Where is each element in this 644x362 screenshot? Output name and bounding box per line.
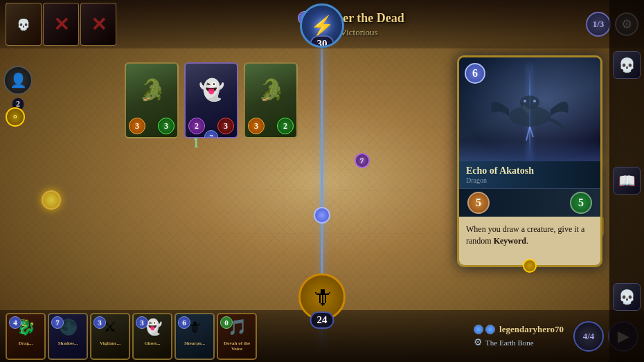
quest-info: ☽ Gather the Dead The Victorious — [123, 11, 579, 38]
earth-bone-icon: ⚙ — [474, 336, 483, 348]
hand-card-cost-6: 0 — [220, 316, 233, 329]
player-avatar-art: 🗡 — [311, 284, 333, 310]
rune-stone-1: ⚬ — [6, 107, 25, 127]
card-attack-stat: 5 — [467, 192, 490, 214]
card-ability-period: . — [526, 236, 528, 246]
card-art-2: 👻 — [186, 64, 237, 115]
card-detail-inner: 6 — [457, 55, 602, 267]
player-hand-card-3[interactable]: 3 ⚔ Vigilanc... — [90, 313, 130, 360]
opponent-field: 🐊 3 3 👻 2 3 7 🐊 3 2 — [125, 62, 298, 138]
glow-orb-left — [42, 190, 61, 210]
panel-book-icon[interactable]: 📖 — [613, 167, 641, 194]
hand-card-name-5: Shearpo... — [176, 341, 213, 347]
hand-card-cost-4: 3 — [136, 316, 148, 329]
hand-card-inner-1: 💀 — [6, 3, 41, 45]
hand-card-name-2: Shadow... — [49, 341, 87, 347]
earth-bone-text: The Earth Bone — [485, 338, 534, 347]
card-type: Dragon — [466, 177, 593, 184]
player-hand: 4 🐉 Drag... 7 🌑 Shadow... 3 ⚔ Vigilanc..… — [6, 313, 469, 360]
card-gold-indicator — [523, 259, 537, 273]
right-panel: 💀 📖 💀 — [609, 0, 644, 362]
player-hand-card-4[interactable]: 3 👻 Ghost... — [132, 313, 172, 360]
opponent-hand-card-2: ✕ — [43, 3, 79, 46]
art-glow — [459, 141, 600, 161]
opponent-hand: 💀 ✕ ✕ — [6, 3, 116, 46]
opponent-avatar-art: ⚡ — [310, 15, 334, 37]
panel-skull-icon-1[interactable]: 💀 — [613, 51, 641, 79]
player-hand-card-5[interactable]: 6 🗡 Shearpo... — [175, 313, 215, 360]
svg-point-2 — [524, 100, 526, 102]
card-art-3: 🐊 — [245, 64, 296, 115]
mana-dot-1 — [474, 325, 483, 334]
opponent-field-card-2[interactable]: 👻 2 3 7 — [184, 62, 238, 138]
card-attack-2: 2 — [188, 118, 205, 134]
player-info: legendaryhero70 ⚙ The Earth Bone — [474, 324, 564, 348]
dragon-art — [481, 71, 578, 147]
mana-dots — [474, 325, 495, 334]
svg-line-4 — [526, 127, 530, 141]
mana-crystal — [314, 207, 330, 224]
hand-card-name-3: Vigilanc... — [91, 341, 129, 347]
hand-card-cost-2: 7 — [51, 316, 64, 329]
card-attack-3: 3 — [248, 118, 265, 134]
card-ability-keyword: Keyword — [494, 236, 526, 246]
card-art-emoji-1: 💀 — [17, 18, 30, 31]
opponent-field-card-3[interactable]: 🐊 3 2 — [244, 62, 298, 138]
player-avatar-area: 🗡 24 — [298, 273, 346, 320]
opponent-avatar-area: ⚡ 30 — [300, 3, 344, 48]
hand-card-cost-1: 4 — [9, 316, 21, 329]
opponent-health-badge: 30 — [310, 35, 334, 48]
mana-dot-2 — [485, 325, 495, 334]
svg-line-5 — [530, 127, 533, 137]
card-header: Echo of Akatosh Dragon — [459, 161, 600, 189]
opponent-avatar-small: 👤 — [3, 66, 33, 95]
panel-skull-icon-2[interactable]: 💀 — [613, 283, 641, 311]
player-name-row: legendaryhero70 — [474, 324, 564, 335]
deck-counter: 4/4 — [573, 321, 604, 352]
hand-card-cost-3: 3 — [93, 316, 106, 329]
opponent-hand-card-3: ✕ — [80, 3, 116, 46]
card-stats-row: 5 5 — [459, 189, 600, 217]
hand-card-name-6: Dovah of the Voice — [218, 341, 256, 352]
hand-card-cost-5: 6 — [178, 316, 190, 329]
opponent-hand-card-1: 💀 — [6, 3, 42, 46]
player-health-badge: 24 — [310, 311, 334, 329]
card-name: Echo of Akatosh — [466, 165, 593, 177]
player-hand-card-1[interactable]: 4 🐉 Drag... — [6, 313, 46, 360]
card-detail-panel[interactable]: 6 — [457, 55, 602, 267]
card-x-3: ✕ — [91, 13, 107, 36]
card-cost-big: 6 — [465, 63, 485, 84]
opponent-avatar: ⚡ 30 — [300, 3, 344, 48]
opponent-profile-left: 👤 2 — [3, 66, 33, 111]
card-health-stat: 5 — [570, 192, 592, 214]
card-health-1: 3 — [158, 118, 175, 134]
player-name: legendaryhero70 — [499, 324, 564, 335]
field-token: 7 — [355, 153, 370, 168]
hand-card-name-4: Ghost... — [134, 341, 171, 347]
hand-card-name-1: Drag... — [7, 341, 44, 347]
card-x-2: ✕ — [53, 13, 69, 36]
player-subtitle: ⚙ The Earth Bone — [474, 336, 534, 348]
round-badge: 1/3 — [586, 12, 611, 37]
opponent-field-card-1[interactable]: 🐊 3 3 — [125, 62, 179, 138]
cost-indicator-1: 1 — [193, 135, 199, 151]
card-body: When you draw a creature, give it a rand… — [459, 217, 600, 265]
card-ability-text: When you draw a creature, give it a rand… — [466, 224, 593, 247]
rune-stones: ⚬ — [6, 107, 25, 127]
card-rune-7: 7 — [204, 130, 218, 138]
card-health-3: 2 — [277, 118, 294, 134]
player-hand-card-2[interactable]: 7 🌑 Shadow... — [48, 313, 88, 360]
game-board: 💀 ✕ ✕ ☽ Gather the Dead The Victorious 1… — [0, 0, 644, 362]
card-art-1: 🐊 — [126, 64, 177, 115]
player-hand-card-6[interactable]: 0 🎵 Dovah of the Voice — [217, 313, 257, 360]
card-health-2: 3 — [217, 118, 234, 134]
card-attack-1: 3 — [129, 118, 145, 134]
svg-point-3 — [533, 100, 536, 102]
